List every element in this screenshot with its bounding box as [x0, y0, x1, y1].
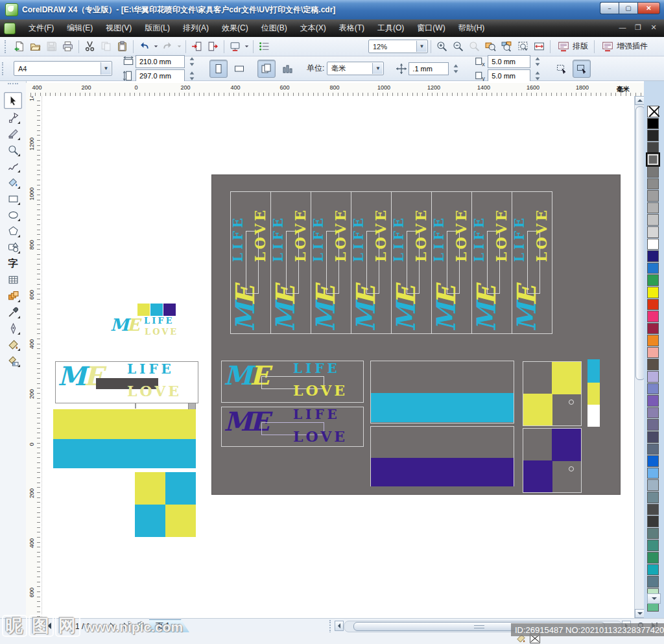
- paper-preset-combo[interactable]: A4 ▼: [14, 61, 112, 76]
- menu-arrange[interactable]: 排列(A): [176, 20, 215, 36]
- blend-tool[interactable]: [5, 288, 21, 304]
- text-tool[interactable]: 字: [5, 256, 21, 271]
- palette-expand-button[interactable]: [647, 593, 661, 604]
- vertical-scrollbar[interactable]: [634, 96, 645, 618]
- nudge-spinner[interactable]: [450, 63, 462, 75]
- color-swatch[interactable]: [647, 274, 659, 286]
- table-tool[interactable]: [5, 272, 21, 287]
- color-swatch[interactable]: [647, 371, 659, 383]
- vertical-strip[interactable]: MELIFELOVE: [512, 191, 552, 334]
- menu-tools[interactable]: 工具(O): [371, 20, 410, 36]
- zoom-in-button[interactable]: [434, 39, 450, 54]
- open-button[interactable]: [27, 39, 43, 54]
- duplicate-y-input[interactable]: [488, 69, 530, 82]
- launcher-dropdown[interactable]: [243, 39, 250, 54]
- toolbar-grip[interactable]: [5, 40, 9, 53]
- color-swatch[interactable]: [647, 347, 659, 359]
- vertical-strip[interactable]: MELIFELOVE: [270, 191, 311, 334]
- landscape-button[interactable]: [230, 60, 248, 78]
- eyedropper-tool[interactable]: [5, 304, 21, 320]
- portrait-button[interactable]: [209, 60, 228, 78]
- basic-shapes-tool[interactable]: [5, 239, 21, 255]
- logo-panel-purple[interactable]: MELIFELOVE: [221, 407, 364, 447]
- paper-width-spinner[interactable]: [186, 56, 198, 67]
- menu-edit[interactable]: 编辑(E): [60, 20, 99, 36]
- plugins-button[interactable]: 增强插件: [597, 38, 651, 56]
- current-page-button[interactable]: [278, 60, 296, 78]
- menu-effects[interactable]: 效果(C): [215, 20, 255, 36]
- band-panel-cyan[interactable]: [370, 361, 514, 423]
- doc-close-icon[interactable]: ✕: [648, 23, 659, 32]
- menu-layout[interactable]: 版面(L): [138, 20, 176, 36]
- previous-page-button[interactable]: [58, 620, 70, 631]
- cut-button[interactable]: [82, 39, 98, 54]
- color-swatch[interactable]: [647, 468, 659, 479]
- paste-button[interactable]: [114, 39, 130, 54]
- strip-row[interactable]: MELIFELOVEMELIFELOVEMELIFELOVEMELIFELOVE…: [231, 191, 552, 334]
- color-swatch[interactable]: [647, 395, 659, 407]
- redo-button[interactable]: [160, 39, 176, 54]
- menu-table[interactable]: 表格(T): [333, 20, 371, 36]
- treat-as-filled-button[interactable]: [552, 60, 571, 78]
- outline-pen-tool[interactable]: [5, 320, 21, 336]
- zoom-tool-corner-icon[interactable]: [635, 620, 647, 631]
- zoom-level-combo[interactable]: 12% ▼: [368, 40, 428, 53]
- color-strip[interactable]: [587, 359, 600, 427]
- units-combo[interactable]: 毫米 ▼: [327, 62, 384, 75]
- scroll-left-arrow[interactable]: [335, 621, 344, 631]
- compose-button[interactable]: 排版: [553, 38, 591, 56]
- vertical-strip[interactable]: MELIFELOVE: [391, 191, 432, 334]
- band-panel-purple[interactable]: [370, 426, 514, 486]
- menu-file[interactable]: 文件(F): [22, 20, 60, 36]
- menu-text[interactable]: 文本(X): [294, 20, 333, 36]
- vertical-strip[interactable]: MELIFELOVE: [471, 191, 512, 334]
- color-swatch[interactable]: [647, 239, 659, 250]
- close-button[interactable]: ✕: [637, 2, 660, 14]
- paper-width-input[interactable]: [136, 55, 185, 68]
- zoom-tool[interactable]: [5, 142, 21, 158]
- vertical-strip[interactable]: MELIFELOVE: [351, 191, 392, 334]
- duplicate-x-input[interactable]: [488, 55, 530, 68]
- zoom-selected-button[interactable]: [482, 39, 499, 54]
- vertical-ruler[interactable]: 1400120010008006004002000200400600: [26, 96, 41, 618]
- zoom-out-button[interactable]: [450, 39, 466, 54]
- color-swatch[interactable]: [647, 154, 659, 165]
- paper-height-input[interactable]: [136, 69, 185, 82]
- doc-restore-icon[interactable]: ❐: [633, 23, 643, 32]
- color-swatch[interactable]: [647, 419, 659, 431]
- chevron-down-icon[interactable]: ▼: [416, 41, 427, 52]
- color-swatch[interactable]: [647, 479, 659, 491]
- color-swatch[interactable]: [647, 190, 659, 202]
- paper-height-spinner[interactable]: [186, 70, 198, 82]
- menu-bitmaps[interactable]: 位图(B): [255, 20, 294, 36]
- color-swatch[interactable]: [647, 528, 659, 540]
- color-swatch[interactable]: [647, 323, 659, 335]
- page-tab[interactable]: 页 1: [149, 619, 189, 632]
- scroll-up-arrow[interactable]: [635, 96, 645, 105]
- nudge-input[interactable]: [409, 62, 449, 75]
- horizontal-scroll-thumb[interactable]: [353, 622, 605, 631]
- all-pages-button[interactable]: [257, 60, 276, 78]
- print-button[interactable]: [60, 39, 76, 54]
- color-swatch[interactable]: [647, 226, 659, 238]
- horizontal-ruler[interactable]: 毫米 4002000200400600800100012001400160018…: [26, 83, 644, 97]
- drawing-canvas[interactable]: MELIFELOVEMELIFELOVEMELIFELOVEMELIFELOVE…: [40, 96, 634, 618]
- color-swatch[interactable]: [647, 166, 659, 178]
- propbar-grip[interactable]: [2, 62, 6, 75]
- checker-yellow[interactable]: [523, 361, 582, 426]
- color-swatch[interactable]: [647, 455, 659, 467]
- document-window-controls[interactable]: — ❐ ✕: [617, 23, 659, 32]
- color-swatch[interactable]: [647, 407, 659, 419]
- horizontal-scrollbar[interactable]: [344, 621, 622, 632]
- vertical-strip[interactable]: MELIFELOVE: [230, 191, 271, 334]
- color-swatch[interactable]: [647, 250, 659, 262]
- scrollbar-grip[interactable]: [329, 620, 334, 633]
- menu-help[interactable]: 帮助(H): [452, 20, 492, 36]
- vertical-strip[interactable]: MELIFELOVE: [311, 191, 351, 334]
- color-swatch[interactable]: [647, 444, 659, 455]
- cyan-band-left[interactable]: [53, 439, 196, 468]
- color-swatch[interactable]: [647, 564, 659, 576]
- maximize-button[interactable]: ▢: [619, 2, 637, 14]
- doc-minimize-icon[interactable]: —: [617, 23, 628, 32]
- color-swatch[interactable]: [647, 431, 659, 443]
